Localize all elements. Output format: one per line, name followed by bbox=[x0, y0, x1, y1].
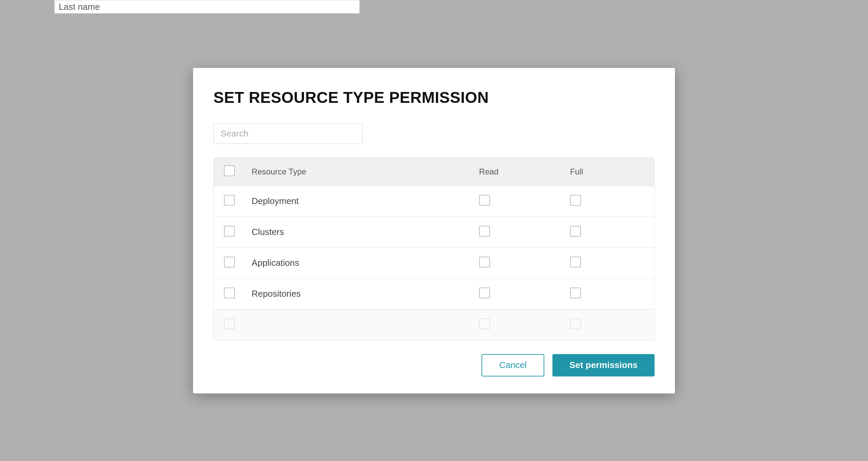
row-select-cell bbox=[214, 186, 245, 217]
row-select-cell bbox=[214, 278, 245, 309]
row-name-partial bbox=[245, 309, 472, 340]
row-read-partial bbox=[472, 309, 563, 340]
table-body: Deployment bbox=[214, 186, 654, 340]
table-row: Deployment bbox=[214, 186, 654, 217]
full-checkbox-repositories[interactable] bbox=[570, 288, 581, 298]
full-checkbox-deployment[interactable] bbox=[570, 195, 581, 206]
row-name-clusters: Clusters bbox=[245, 217, 472, 247]
row-full-partial bbox=[563, 309, 654, 340]
row-checkbox-repositories[interactable] bbox=[224, 288, 235, 298]
read-checkbox-applications[interactable] bbox=[479, 257, 490, 268]
row-select-cell bbox=[214, 247, 245, 278]
row-read-deployment bbox=[472, 186, 563, 217]
row-read-repositories bbox=[472, 278, 563, 309]
modal-title: SET RESOURCE TYPE PERMISSION bbox=[213, 88, 655, 107]
table-scroll[interactable]: Resource Type Read Full Deployment bbox=[214, 158, 654, 340]
table-header-row: Resource Type Read Full bbox=[214, 158, 654, 186]
set-permissions-button[interactable]: Set permissions bbox=[552, 354, 655, 376]
header-resource-type: Resource Type bbox=[245, 158, 472, 186]
row-full-clusters bbox=[563, 217, 654, 247]
table-row: Clusters bbox=[214, 217, 654, 247]
cancel-button[interactable]: Cancel bbox=[482, 354, 544, 376]
read-checkbox-deployment[interactable] bbox=[479, 195, 490, 206]
row-name-repositories: Repositories bbox=[245, 278, 472, 309]
row-read-clusters bbox=[472, 217, 563, 247]
row-checkbox-applications[interactable] bbox=[224, 257, 235, 268]
row-checkbox-partial[interactable] bbox=[224, 318, 235, 329]
header-read: Read bbox=[472, 158, 563, 186]
table-row: Applications bbox=[214, 247, 654, 278]
table-row bbox=[214, 309, 654, 340]
modal-dialog: SET RESOURCE TYPE PERMISSION Resource Ty… bbox=[193, 68, 675, 393]
full-checkbox-partial[interactable] bbox=[570, 318, 581, 329]
read-checkbox-repositories[interactable] bbox=[479, 288, 490, 298]
read-checkbox-partial[interactable] bbox=[479, 318, 490, 329]
last-name-label: Last name bbox=[59, 2, 100, 12]
search-input[interactable] bbox=[213, 124, 363, 144]
row-select-cell-partial bbox=[214, 309, 245, 340]
row-full-deployment bbox=[563, 186, 654, 217]
overlay: Last name SET RESOURCE TYPE PERMISSION R… bbox=[0, 0, 868, 461]
search-wrapper bbox=[213, 124, 655, 144]
row-read-applications bbox=[472, 247, 563, 278]
background-form-hint: Last name bbox=[54, 0, 360, 14]
header-select-all-cell bbox=[214, 158, 245, 186]
header-full: Full bbox=[563, 158, 654, 186]
table-row: Repositories bbox=[214, 278, 654, 309]
row-full-applications bbox=[563, 247, 654, 278]
full-checkbox-clusters[interactable] bbox=[570, 226, 581, 237]
row-select-cell bbox=[214, 217, 245, 247]
read-checkbox-clusters[interactable] bbox=[479, 226, 490, 237]
row-name-deployment: Deployment bbox=[245, 186, 472, 217]
modal-footer: Cancel Set permissions bbox=[213, 354, 655, 376]
permissions-table: Resource Type Read Full Deployment bbox=[214, 158, 654, 340]
resource-type-table: Resource Type Read Full Deployment bbox=[213, 158, 655, 340]
select-all-checkbox[interactable] bbox=[224, 165, 235, 176]
row-checkbox-clusters[interactable] bbox=[224, 226, 235, 237]
row-checkbox-deployment[interactable] bbox=[224, 195, 235, 206]
row-full-repositories bbox=[563, 278, 654, 309]
row-name-applications: Applications bbox=[245, 247, 472, 278]
full-checkbox-applications[interactable] bbox=[570, 257, 581, 268]
